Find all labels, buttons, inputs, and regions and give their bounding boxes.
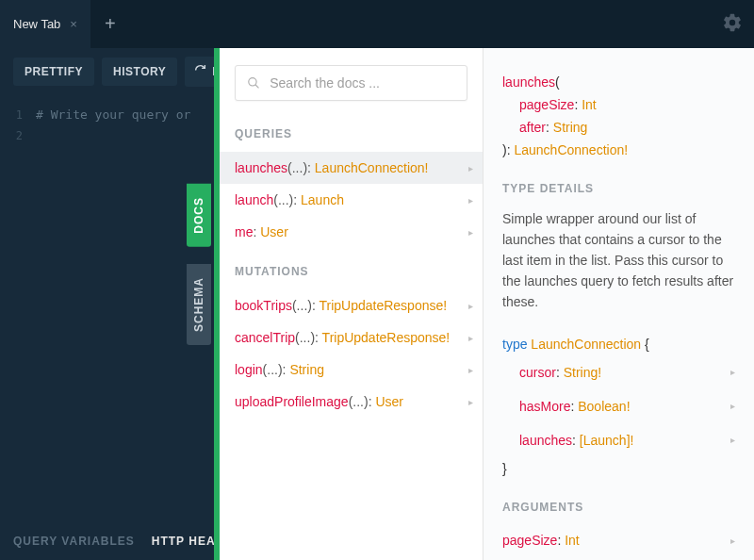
colon: : — [293, 192, 301, 207]
mutation-args: (...) — [292, 298, 312, 313]
argument-row-pagesize[interactable]: pageSize: Int ▸ — [502, 527, 735, 553]
close-icon[interactable]: × — [70, 17, 77, 31]
sig-return-type: LaunchConnection! — [514, 142, 628, 157]
colon: : — [572, 433, 580, 448]
svg-line-1 — [255, 85, 259, 89]
mutation-row-login[interactable]: login(...): String ▸ — [220, 354, 483, 386]
mutation-name: bookTrips — [235, 298, 292, 313]
docs-tab[interactable]: DOCS — [187, 184, 211, 247]
type-keyword: type — [502, 337, 527, 352]
mutation-return-type: TripUpdateResponse! — [322, 330, 451, 345]
query-row-launches[interactable]: launches(...): LaunchConnection! ▸ — [220, 152, 483, 184]
mutation-return-type: String — [289, 362, 324, 377]
tab-label: New Tab — [13, 17, 60, 31]
side-tabs: DOCS SCHEMA — [187, 184, 211, 362]
gutter: 1 2 — [9, 105, 23, 146]
sig-arg-type: String — [553, 120, 588, 135]
colon: : — [315, 330, 322, 345]
mutation-name: login — [235, 362, 263, 377]
sig-arg-name: pageSize — [519, 97, 574, 112]
query-row-me[interactable]: me: User ▸ — [220, 216, 483, 248]
type-name: LaunchConnection — [531, 337, 641, 352]
http-headers-tab[interactable]: HTTP HEA — [152, 535, 216, 548]
query-return-type: Launch — [301, 192, 344, 207]
sig-arg-name: after — [519, 120, 546, 135]
line-number: 1 — [9, 105, 23, 125]
mutation-row-booktrips[interactable]: bookTrips(...): TripUpdateResponse! ▸ — [220, 289, 483, 321]
mutation-args: (...) — [295, 330, 315, 345]
type-detail-content: launches( pageSize: Int after: String ):… — [484, 48, 754, 553]
docs-search[interactable] — [235, 65, 467, 101]
arg-type: Int — [565, 533, 580, 548]
type-definition: type LaunchConnection { cursor: String! … — [502, 333, 735, 480]
plus-icon: + — [105, 13, 116, 35]
query-args: (...) — [287, 160, 307, 175]
gear-icon — [722, 12, 743, 33]
mutation-args: (...) — [349, 394, 369, 409]
arguments-heading: ARGUMENTS — [502, 501, 735, 514]
sig-close: ): — [502, 142, 514, 157]
tab-new[interactable]: New Tab × — [0, 0, 90, 48]
chevron-right-icon: ▸ — [468, 163, 473, 173]
settings-button[interactable] — [722, 12, 743, 37]
field-type: Boolean! — [578, 399, 630, 414]
mutations-heading: MUTATIONS — [220, 248, 483, 289]
mutation-return-type: User — [375, 394, 403, 409]
svg-point-0 — [249, 78, 256, 86]
search-icon — [247, 75, 260, 91]
mutation-return-type: TripUpdateResponse! — [319, 298, 447, 313]
queries-heading: QUERIES — [220, 120, 483, 152]
sig-name: launches — [502, 74, 555, 90]
colon: : — [557, 533, 565, 548]
chevron-right-icon: ▸ — [730, 361, 735, 384]
search-wrap — [220, 48, 483, 120]
chevron-right-icon: ▸ — [730, 535, 735, 546]
docs-panel: QUERIES launches(...): LaunchConnection!… — [214, 48, 754, 560]
type-details-heading: TYPE DETAILS — [502, 182, 735, 195]
tabs: New Tab × + — [0, 0, 130, 48]
field-name: hasMore — [519, 399, 570, 414]
chevron-right-icon: ▸ — [468, 333, 473, 343]
query-name: launch — [235, 192, 273, 207]
docs-right-column: launches( pageSize: Int after: String ):… — [484, 48, 754, 560]
query-return-type: User — [260, 224, 288, 239]
chevron-right-icon: ▸ — [730, 429, 735, 452]
colon: : — [307, 160, 315, 175]
colon: : — [546, 120, 553, 135]
field-type: [Launch]! — [580, 433, 634, 448]
search-input[interactable] — [270, 75, 455, 91]
colon: : — [556, 365, 564, 380]
chevron-right-icon: ▸ — [468, 301, 473, 311]
query-args: (...) — [273, 192, 293, 207]
line-number: 2 — [9, 125, 23, 146]
arg-name: pageSize — [502, 533, 557, 548]
field-name: launches — [519, 433, 572, 448]
history-button[interactable]: HISTORY — [102, 58, 177, 86]
mutation-args: (...) — [263, 362, 283, 377]
sig-arg-type: Int — [582, 97, 597, 112]
field-name: cursor — [519, 365, 556, 380]
mutation-row-uploadprofileimage[interactable]: uploadProfileImage(...): User ▸ — [220, 386, 483, 418]
query-row-launch[interactable]: launch(...): Launch ▸ — [220, 184, 483, 216]
mutation-row-canceltrip[interactable]: cancelTrip(...): TripUpdateResponse! ▸ — [220, 321, 483, 354]
chevron-right-icon: ▸ — [730, 395, 735, 418]
chevron-right-icon: ▸ — [468, 365, 473, 375]
chevron-right-icon: ▸ — [468, 397, 473, 407]
type-open-brace: { — [641, 337, 649, 352]
type-field-hasmore[interactable]: hasMore: Boolean! ▸ — [502, 389, 735, 423]
type-field-cursor[interactable]: cursor: String! ▸ — [502, 355, 735, 389]
prettify-button[interactable]: PRETTIFY — [13, 58, 94, 86]
mutation-name: uploadProfileImage — [235, 394, 349, 409]
type-field-launches[interactable]: launches: [Launch]! ▸ — [502, 423, 735, 457]
query-variables-tab[interactable]: QUERY VARIABLES — [13, 535, 135, 548]
top-bar: New Tab × + — [0, 0, 754, 48]
new-tab-button[interactable]: + — [90, 13, 130, 35]
chevron-right-icon: ▸ — [468, 227, 473, 238]
schema-tab[interactable]: SCHEMA — [187, 264, 211, 345]
app-root: New Tab × + PRETTIFY HISTORY ht 1 — [0, 0, 754, 560]
docs-left-column: QUERIES launches(...): LaunchConnection!… — [220, 48, 484, 560]
field-type: String! — [564, 365, 601, 380]
query-return-type: LaunchConnection! — [315, 160, 429, 175]
sig-open-paren: ( — [555, 74, 560, 90]
refresh-icon — [194, 64, 206, 79]
